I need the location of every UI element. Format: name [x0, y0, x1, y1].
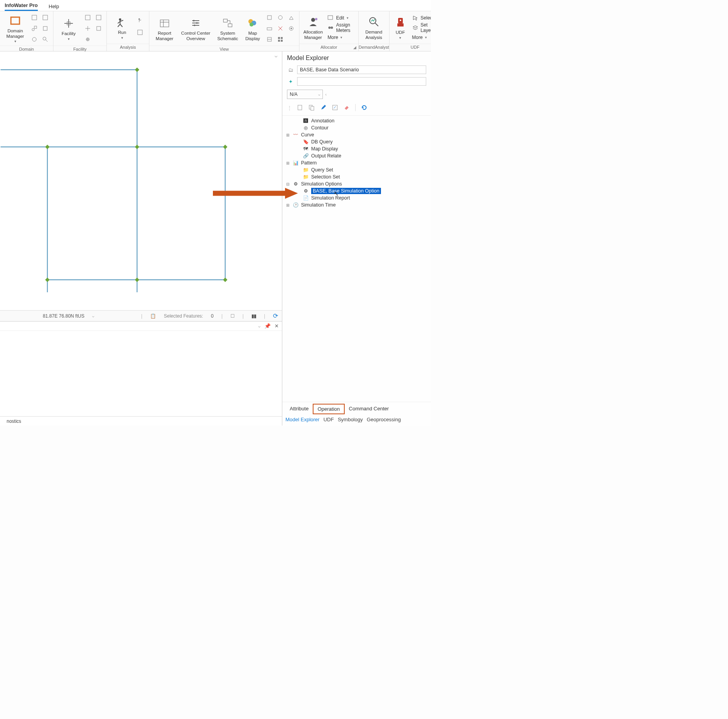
facility-tool-4[interactable]: [94, 24, 103, 33]
ribbon-group-udf: UDF ▾ Select Set Layer More ▾ UDF ◢: [390, 11, 431, 51]
tab-udf[interactable]: UDF: [323, 417, 334, 422]
system-schematic-button[interactable]: System Schematic: [215, 16, 241, 42]
run-button[interactable]: Run ▾: [110, 15, 134, 40]
select-icon: [412, 15, 418, 21]
view-tool-7[interactable]: [265, 35, 274, 44]
dropdown-caret-icon: ▾: [14, 39, 16, 44]
udf-set-layer-button[interactable]: Set Layer: [411, 22, 431, 34]
view-tool-5[interactable]: [276, 24, 285, 33]
facility-button[interactable]: Facility ▾: [57, 16, 81, 41]
facility-tool-1[interactable]: [83, 13, 92, 22]
svg-line-25: [118, 24, 120, 27]
allocator-dialog-launcher[interactable]: ◢: [352, 45, 357, 50]
map-canvas[interactable]: [0, 58, 282, 304]
expander-icon[interactable]: ⊟: [285, 182, 290, 186]
refresh-icon[interactable]: ⟳: [273, 312, 278, 320]
domain-manager-button[interactable]: Domain Manager ▾: [3, 13, 27, 44]
assign-meters-button[interactable]: Assign Meters: [326, 22, 355, 34]
ribbon-group-allocator: Allocation Manager Edit ▾ Assign Meters …: [299, 11, 359, 51]
filter-input[interactable]: [297, 77, 426, 86]
facility-tool-2[interactable]: [94, 13, 103, 22]
tree-annotation[interactable]: 🅰 Annotation: [285, 117, 429, 124]
udf-button[interactable]: UDF ▾: [393, 15, 408, 40]
erase-icon[interactable]: [343, 104, 351, 111]
map-display-button[interactable]: Map Display: [243, 16, 262, 42]
dropdown-caret-icon: ▾: [399, 36, 401, 40]
expander-icon[interactable]: ⊞: [285, 133, 290, 137]
udf-select-button[interactable]: Select: [411, 15, 431, 21]
view-tool-4[interactable]: [265, 24, 274, 33]
expander-icon[interactable]: ⊞: [285, 161, 290, 165]
tab-attribute[interactable]: Attribute: [285, 404, 313, 414]
combo-value: N/A: [290, 92, 298, 97]
analysis-tool-2[interactable]: [136, 29, 146, 38]
scenario-field[interactable]: BASE, Base Data Scenario: [297, 65, 426, 74]
domain-tool-3[interactable]: [30, 24, 39, 33]
dropdown-caret-icon: ▾: [121, 36, 123, 40]
wand-icon[interactable]: ✦: [287, 79, 294, 85]
view-tool-1[interactable]: [265, 13, 274, 22]
tab-symbology[interactable]: Symbology: [338, 417, 363, 422]
dock-pin-icon[interactable]: 📌: [264, 323, 271, 329]
copy-icon[interactable]: [308, 104, 315, 111]
dbquery-icon: 🔖: [303, 139, 309, 145]
dock-close-icon[interactable]: ✕: [275, 323, 279, 329]
tree-pattern[interactable]: ⊞ 📊 Pattern: [285, 159, 429, 166]
combo-nav-prev[interactable]: ‹: [325, 92, 327, 97]
view-tool-2[interactable]: [276, 13, 285, 22]
map-view[interactable]: ⌵: [0, 51, 282, 310]
allocation-manager-button[interactable]: Allocation Manager: [303, 14, 324, 41]
tab-diagnostics[interactable]: nostics: [2, 417, 25, 425]
tree-outputrelate[interactable]: 🔗 Output Relate: [285, 152, 429, 159]
svg-point-59: [311, 18, 315, 22]
refresh-icon[interactable]: [360, 104, 368, 111]
domain-tool-1[interactable]: [30, 13, 39, 22]
tree-dbquery[interactable]: 🔖 DB Query: [285, 138, 429, 145]
tree-curve[interactable]: ⊞ 〰 Curve: [285, 131, 429, 138]
domain-tool-4[interactable]: [41, 24, 50, 33]
tree-selectionset[interactable]: 📁 Selection Set: [285, 173, 429, 180]
tree-contour[interactable]: ◎ Contour: [285, 124, 429, 131]
domain-tool-5[interactable]: [30, 35, 39, 44]
udf-more-dropdown[interactable]: More ▾: [411, 34, 431, 41]
tree-simoptions-base[interactable]: ⚙ BASE, Base Simulation Option: [285, 187, 429, 194]
tree-simoptions[interactable]: ⊟ ⚙ Simulation Options: [285, 180, 429, 187]
facility-tool-3[interactable]: [83, 24, 92, 33]
tab-model-explorer[interactable]: Model Explorer: [285, 417, 319, 422]
edit-dropdown[interactable]: Edit ▾: [326, 15, 355, 21]
tree-simtime[interactable]: ⊞ 🕑 Simulation Time: [285, 201, 429, 208]
new-icon[interactable]: [296, 104, 304, 111]
svg-rect-56: [281, 37, 283, 39]
map-action-1[interactable]: ☐: [230, 313, 235, 319]
edit-icon[interactable]: [319, 104, 327, 111]
tree-mapdisplay[interactable]: 🗺 Map Display: [285, 145, 429, 152]
domain-tool-6[interactable]: [41, 35, 50, 44]
pause-icon[interactable]: ▮▮: [252, 313, 256, 319]
facility-tool-5[interactable]: [83, 35, 92, 44]
expander-icon[interactable]: ⊞: [285, 203, 290, 207]
map-collapse-chevron-icon[interactable]: ⌵: [273, 53, 280, 58]
note-icon[interactable]: [331, 104, 339, 111]
domain-tool-2[interactable]: [41, 13, 50, 22]
tab-operation[interactable]: Operation: [313, 404, 344, 414]
dropdown-caret-icon[interactable]: ⌵: [92, 314, 94, 318]
view-tool-6[interactable]: [287, 24, 296, 33]
scenario-icon: 🗂: [287, 67, 294, 73]
view-tool-3[interactable]: [287, 13, 296, 22]
report-manager-button[interactable]: Report Manager: [152, 16, 177, 42]
facility-tool-6[interactable]: [94, 35, 103, 44]
tab-geoprocessing[interactable]: Geoprocessing: [367, 417, 400, 422]
tab-command-center[interactable]: Command Center: [345, 404, 393, 414]
tab-help[interactable]: Help: [49, 4, 59, 11]
tree-queryset[interactable]: 📁 Query Set: [285, 166, 429, 173]
tab-infowater-pro[interactable]: InfoWater Pro: [5, 2, 38, 11]
analysis-tool-1[interactable]: [136, 17, 146, 26]
view-tool-9[interactable]: [287, 35, 296, 44]
control-center-button[interactable]: Control Center Overview: [179, 16, 213, 42]
demand-analysis-button[interactable]: Demand Analysis: [362, 14, 386, 41]
allocator-more-dropdown[interactable]: More ▾: [326, 34, 355, 41]
view-tool-8[interactable]: [276, 35, 285, 44]
tree-simreport[interactable]: 📄 Simulation Report: [285, 194, 429, 201]
dock-options-caret-icon[interactable]: ⌵: [258, 324, 260, 328]
combo-box[interactable]: N/A ⌵: [287, 90, 323, 99]
